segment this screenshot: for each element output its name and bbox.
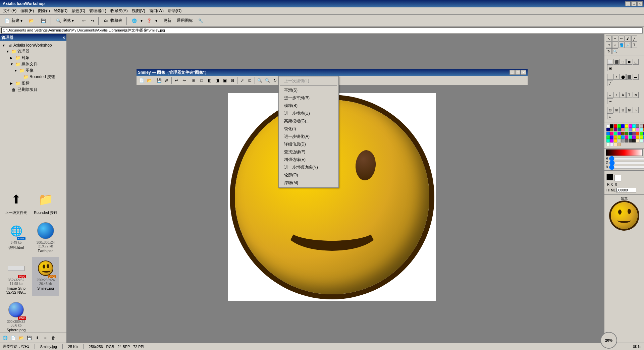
color-swatch[interactable] [606,128,610,131]
menu-view[interactable]: 视图(V) [130,7,147,14]
menu-draw[interactable]: 绘制(D) [52,7,70,14]
color-swatch[interactable] [625,128,628,131]
img-tool-save[interactable]: 💾 [155,77,163,84]
trans1[interactable]: ↔ [607,92,613,98]
color-swatch[interactable] [610,128,613,131]
menu-manager[interactable]: 管理器(L) [87,7,108,14]
panel-close-button[interactable]: ✕ [62,36,65,40]
tool-opt4[interactable]: ◼ [626,59,632,65]
menu-favorites[interactable]: 收藏夹(A) [108,7,130,14]
ctx-item-outline[interactable]: 轮廓(O) [279,171,338,179]
file-item-strip[interactable]: PNG 352x32x32 11.98 kb Image Strip 32x32… [3,257,30,296]
maximize-button[interactable]: □ [631,1,637,6]
color-swatch[interactable] [632,132,636,135]
trans10[interactable]: ⊠ [626,107,632,113]
color-swatch[interactable] [636,132,639,135]
trans7[interactable]: ⊡ [607,107,613,113]
color-swatch[interactable] [614,132,617,135]
ctx-item-enhance-edges[interactable]: 增强边缘(E) [279,156,338,164]
tool-opt1[interactable]: ⬜ [607,59,613,65]
ctx-item-more-blur[interactable]: 进一步模糊(U) [279,110,338,117]
panel-open-btn[interactable]: 📂 [17,334,25,342]
tool-zoom[interactable]: 🔍 [612,48,618,54]
ctx-item-more-smooth[interactable]: 进一步平滑(B) [279,94,338,102]
b-slider[interactable] [609,166,644,169]
color-swatch[interactable] [621,128,625,131]
color-swatch[interactable] [629,124,632,128]
tree-item-root[interactable]: ▼ Axialis IconWorkshop [1,42,65,48]
tool-opt6[interactable]: ▣ [607,65,613,71]
tool-brush[interactable]: 🖌 [625,36,631,42]
trans4[interactable]: T [626,92,632,98]
color-swatch[interactable] [606,124,610,128]
color-swatch[interactable] [632,135,636,139]
img-tool-new[interactable]: 📄 [138,77,145,84]
file-item-earth[interactable]: 300x300x24 219.72 kb Earth.psd [32,219,59,254]
color-swatch[interactable] [606,139,610,142]
tool-line[interactable]: ╱ [631,36,637,42]
menu-image[interactable]: 图像(I) [36,7,52,14]
brush6[interactable]: ╱ [607,80,613,86]
file-item-html[interactable]: 🌐 HTML 6.49 kb 说明.html [3,219,30,254]
tool-eyedrop[interactable]: 💉 [625,42,631,48]
color-swatch[interactable] [621,124,625,128]
ctx-item-sharpen[interactable]: 锐化(I) [279,125,338,133]
color-swatch[interactable] [629,128,632,131]
img-tool-mode2[interactable]: ◨ [213,77,221,84]
color-swatch[interactable] [614,135,617,139]
color-swatch[interactable] [629,139,632,142]
g-slider[interactable] [609,162,644,164]
color-swatch[interactable] [614,128,617,131]
file-item-sphere[interactable]: PNG 300x300x32 36.6 kb Sphere.png [3,298,30,333]
menu-help[interactable]: 帮助(O) [166,7,183,14]
tree-item-media[interactable]: ▼ 媒体文件 [9,61,65,67]
color-swatch[interactable] [629,135,632,139]
img-tool-undo[interactable]: ↩ [173,77,180,84]
menu-window[interactable]: 窗口(W) [147,7,166,14]
menu-file[interactable]: 文件(F) [1,7,18,14]
color-swatch[interactable] [618,143,621,146]
panel-globe-btn[interactable]: 🌐 [1,334,9,342]
color-swatch[interactable] [610,139,613,142]
trans11[interactable]: ○ [633,107,639,113]
img-tool-rotate[interactable]: ↻ [271,77,279,84]
color-swatch[interactable] [636,124,639,128]
color-swatch[interactable] [625,124,628,128]
tree-item-rounded[interactable]: Rounded 按钮 [17,74,65,80]
color-swatch[interactable] [618,132,621,135]
trans6[interactable]: ⇥ [607,98,613,104]
redo-button[interactable]: ↪ [89,16,97,25]
img-tool-bg[interactable]: □ [198,77,205,84]
color-swatch[interactable] [614,143,617,146]
file-item-rounded[interactable]: 📁 Rounded 按钮 [32,188,59,217]
panel-new-btn[interactable]: 📄 [9,334,17,342]
r-slider[interactable] [609,157,644,160]
color-swatch[interactable] [621,139,625,142]
color-swatch[interactable] [640,124,643,128]
help-button[interactable]: ❓ [143,16,155,25]
panel-up-btn[interactable]: ⬆ [34,334,41,342]
ctx-item-more-sharpen[interactable]: 进一步锐化(A) [279,133,338,140]
tool-select[interactable]: ↖ [606,36,612,42]
color-swatch[interactable] [614,139,617,142]
ctx-item-blur[interactable]: 模糊(B) [279,102,338,110]
trans2[interactable]: ↕ [613,92,620,98]
file-item-smiley[interactable]: JPG 256x256x24 26.46 kb Smiley.jpg [32,257,59,296]
trans8[interactable]: ⊞ [613,107,620,113]
tree-item-images[interactable]: ▼ 图像 [13,67,65,74]
path-input[interactable] [1,27,643,34]
img-tool-actual[interactable]: ⊡ [246,77,254,84]
img-tool-grid[interactable]: ⊞ [190,77,198,84]
color-swatch[interactable] [606,132,610,135]
color-swatch[interactable] [640,135,643,139]
img-minimize-btn[interactable]: _ [509,70,515,75]
close-button[interactable]: ✕ [637,1,643,6]
file-item-up[interactable]: ⬆ 上一级文件夹 [3,188,30,217]
brush2[interactable]: • [613,74,620,80]
color-swatch[interactable] [640,139,643,142]
tool-ellipse[interactable]: ○ [612,42,618,48]
tool-rect[interactable]: □ [606,42,612,48]
color-swatch[interactable] [625,139,628,142]
tool-opt2[interactable]: ⬛ [613,59,620,65]
panel-delete-btn[interactable]: 🗑 [50,334,57,342]
